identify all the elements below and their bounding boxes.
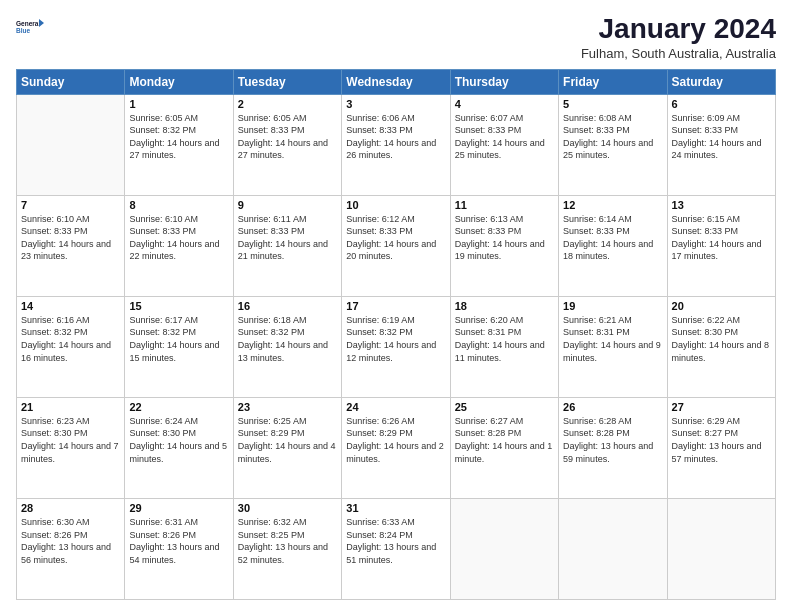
day-number: 24 [346, 401, 445, 413]
day-info: Sunrise: 6:23 AMSunset: 8:30 PMDaylight:… [21, 415, 120, 465]
day-info: Sunrise: 6:17 AMSunset: 8:32 PMDaylight:… [129, 314, 228, 364]
day-info: Sunrise: 6:24 AMSunset: 8:30 PMDaylight:… [129, 415, 228, 465]
day-number: 5 [563, 98, 662, 110]
calendar-cell: 17Sunrise: 6:19 AMSunset: 8:32 PMDayligh… [342, 296, 450, 397]
day-info: Sunrise: 6:12 AMSunset: 8:33 PMDaylight:… [346, 213, 445, 263]
header-thursday: Thursday [450, 69, 558, 94]
calendar-cell: 28Sunrise: 6:30 AMSunset: 8:26 PMDayligh… [17, 498, 125, 599]
svg-marker-2 [39, 19, 44, 27]
day-number: 9 [238, 199, 337, 211]
header-saturday: Saturday [667, 69, 775, 94]
calendar-cell: 18Sunrise: 6:20 AMSunset: 8:31 PMDayligh… [450, 296, 558, 397]
calendar-cell: 20Sunrise: 6:22 AMSunset: 8:30 PMDayligh… [667, 296, 775, 397]
calendar-cell: 5Sunrise: 6:08 AMSunset: 8:33 PMDaylight… [559, 94, 667, 195]
day-info: Sunrise: 6:28 AMSunset: 8:28 PMDaylight:… [563, 415, 662, 465]
calendar-cell [17, 94, 125, 195]
day-info: Sunrise: 6:14 AMSunset: 8:33 PMDaylight:… [563, 213, 662, 263]
day-number: 12 [563, 199, 662, 211]
calendar-cell: 1Sunrise: 6:05 AMSunset: 8:32 PMDaylight… [125, 94, 233, 195]
calendar-week-4: 21Sunrise: 6:23 AMSunset: 8:30 PMDayligh… [17, 397, 776, 498]
day-info: Sunrise: 6:10 AMSunset: 8:33 PMDaylight:… [129, 213, 228, 263]
day-info: Sunrise: 6:07 AMSunset: 8:33 PMDaylight:… [455, 112, 554, 162]
day-info: Sunrise: 6:11 AMSunset: 8:33 PMDaylight:… [238, 213, 337, 263]
header-sunday: Sunday [17, 69, 125, 94]
calendar-week-5: 28Sunrise: 6:30 AMSunset: 8:26 PMDayligh… [17, 498, 776, 599]
calendar-cell: 27Sunrise: 6:29 AMSunset: 8:27 PMDayligh… [667, 397, 775, 498]
header-friday: Friday [559, 69, 667, 94]
day-number: 25 [455, 401, 554, 413]
day-number: 20 [672, 300, 771, 312]
calendar-header: Sunday Monday Tuesday Wednesday Thursday… [17, 69, 776, 94]
day-info: Sunrise: 6:20 AMSunset: 8:31 PMDaylight:… [455, 314, 554, 364]
day-info: Sunrise: 6:09 AMSunset: 8:33 PMDaylight:… [672, 112, 771, 162]
day-info: Sunrise: 6:19 AMSunset: 8:32 PMDaylight:… [346, 314, 445, 364]
calendar-cell: 29Sunrise: 6:31 AMSunset: 8:26 PMDayligh… [125, 498, 233, 599]
calendar-cell: 14Sunrise: 6:16 AMSunset: 8:32 PMDayligh… [17, 296, 125, 397]
logo: GeneralBlue [16, 12, 46, 42]
day-number: 2 [238, 98, 337, 110]
day-number: 18 [455, 300, 554, 312]
day-info: Sunrise: 6:27 AMSunset: 8:28 PMDaylight:… [455, 415, 554, 465]
day-number: 27 [672, 401, 771, 413]
day-number: 7 [21, 199, 120, 211]
calendar-cell: 15Sunrise: 6:17 AMSunset: 8:32 PMDayligh… [125, 296, 233, 397]
day-info: Sunrise: 6:10 AMSunset: 8:33 PMDaylight:… [21, 213, 120, 263]
svg-text:Blue: Blue [16, 27, 30, 34]
calendar-week-2: 7Sunrise: 6:10 AMSunset: 8:33 PMDaylight… [17, 195, 776, 296]
header-row: Sunday Monday Tuesday Wednesday Thursday… [17, 69, 776, 94]
header-tuesday: Tuesday [233, 69, 341, 94]
day-info: Sunrise: 6:05 AMSunset: 8:33 PMDaylight:… [238, 112, 337, 162]
calendar-cell: 31Sunrise: 6:33 AMSunset: 8:24 PMDayligh… [342, 498, 450, 599]
day-info: Sunrise: 6:18 AMSunset: 8:32 PMDaylight:… [238, 314, 337, 364]
day-number: 28 [21, 502, 120, 514]
day-info: Sunrise: 6:29 AMSunset: 8:27 PMDaylight:… [672, 415, 771, 465]
day-number: 13 [672, 199, 771, 211]
day-number: 3 [346, 98, 445, 110]
day-info: Sunrise: 6:15 AMSunset: 8:33 PMDaylight:… [672, 213, 771, 263]
day-number: 23 [238, 401, 337, 413]
day-number: 1 [129, 98, 228, 110]
calendar-cell: 2Sunrise: 6:05 AMSunset: 8:33 PMDaylight… [233, 94, 341, 195]
calendar-cell: 16Sunrise: 6:18 AMSunset: 8:32 PMDayligh… [233, 296, 341, 397]
header-wednesday: Wednesday [342, 69, 450, 94]
calendar-cell: 10Sunrise: 6:12 AMSunset: 8:33 PMDayligh… [342, 195, 450, 296]
day-number: 31 [346, 502, 445, 514]
calendar-cell: 23Sunrise: 6:25 AMSunset: 8:29 PMDayligh… [233, 397, 341, 498]
calendar-cell: 7Sunrise: 6:10 AMSunset: 8:33 PMDaylight… [17, 195, 125, 296]
calendar-cell: 3Sunrise: 6:06 AMSunset: 8:33 PMDaylight… [342, 94, 450, 195]
logo-icon: GeneralBlue [16, 12, 46, 42]
day-info: Sunrise: 6:32 AMSunset: 8:25 PMDaylight:… [238, 516, 337, 566]
day-info: Sunrise: 6:08 AMSunset: 8:33 PMDaylight:… [563, 112, 662, 162]
day-number: 26 [563, 401, 662, 413]
calendar-table: Sunday Monday Tuesday Wednesday Thursday… [16, 69, 776, 600]
main-title: January 2024 [581, 12, 776, 46]
day-info: Sunrise: 6:13 AMSunset: 8:33 PMDaylight:… [455, 213, 554, 263]
calendar-cell: 4Sunrise: 6:07 AMSunset: 8:33 PMDaylight… [450, 94, 558, 195]
calendar-cell: 22Sunrise: 6:24 AMSunset: 8:30 PMDayligh… [125, 397, 233, 498]
calendar-cell: 8Sunrise: 6:10 AMSunset: 8:33 PMDaylight… [125, 195, 233, 296]
day-info: Sunrise: 6:25 AMSunset: 8:29 PMDaylight:… [238, 415, 337, 465]
calendar-cell: 19Sunrise: 6:21 AMSunset: 8:31 PMDayligh… [559, 296, 667, 397]
calendar-cell: 6Sunrise: 6:09 AMSunset: 8:33 PMDaylight… [667, 94, 775, 195]
day-number: 6 [672, 98, 771, 110]
page-header: GeneralBlue January 2024 Fulham, South A… [16, 12, 776, 61]
calendar-cell: 21Sunrise: 6:23 AMSunset: 8:30 PMDayligh… [17, 397, 125, 498]
day-info: Sunrise: 6:26 AMSunset: 8:29 PMDaylight:… [346, 415, 445, 465]
calendar-cell: 25Sunrise: 6:27 AMSunset: 8:28 PMDayligh… [450, 397, 558, 498]
day-number: 21 [21, 401, 120, 413]
calendar-cell: 13Sunrise: 6:15 AMSunset: 8:33 PMDayligh… [667, 195, 775, 296]
calendar-cell: 11Sunrise: 6:13 AMSunset: 8:33 PMDayligh… [450, 195, 558, 296]
day-number: 29 [129, 502, 228, 514]
calendar-week-1: 1Sunrise: 6:05 AMSunset: 8:32 PMDaylight… [17, 94, 776, 195]
calendar-week-3: 14Sunrise: 6:16 AMSunset: 8:32 PMDayligh… [17, 296, 776, 397]
calendar-body: 1Sunrise: 6:05 AMSunset: 8:32 PMDaylight… [17, 94, 776, 599]
calendar-cell: 30Sunrise: 6:32 AMSunset: 8:25 PMDayligh… [233, 498, 341, 599]
day-info: Sunrise: 6:05 AMSunset: 8:32 PMDaylight:… [129, 112, 228, 162]
day-number: 8 [129, 199, 228, 211]
svg-text:General: General [16, 20, 40, 27]
day-info: Sunrise: 6:22 AMSunset: 8:30 PMDaylight:… [672, 314, 771, 364]
calendar-cell: 24Sunrise: 6:26 AMSunset: 8:29 PMDayligh… [342, 397, 450, 498]
day-number: 16 [238, 300, 337, 312]
day-number: 19 [563, 300, 662, 312]
day-number: 10 [346, 199, 445, 211]
